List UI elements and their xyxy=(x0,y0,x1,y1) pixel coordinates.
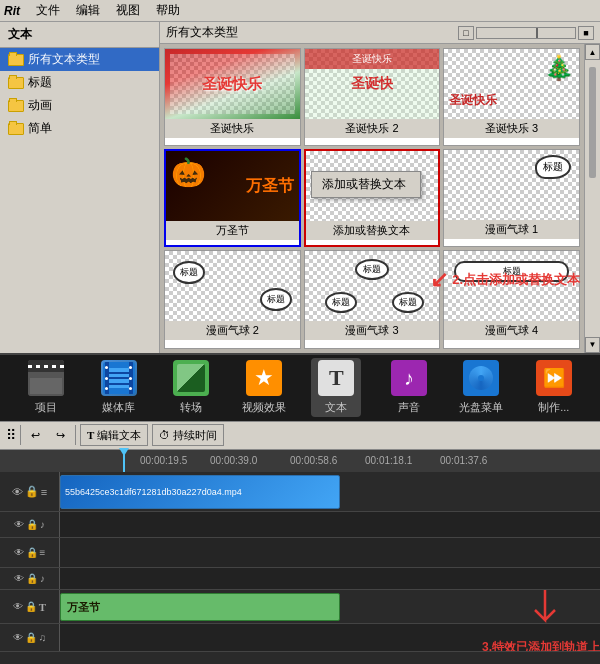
redo-btn[interactable]: ↪ xyxy=(50,424,71,446)
xmas2-banner: 圣诞快乐 xyxy=(352,52,392,66)
scroll-thumb[interactable] xyxy=(589,67,596,178)
toolbar-make[interactable]: ⏩ 制作... xyxy=(529,360,579,415)
toolbar-transition[interactable]: 转场 xyxy=(166,360,216,415)
lock-icon[interactable]: 🔒 xyxy=(26,519,38,530)
main-toolbar: 项目 xyxy=(0,353,600,421)
lock-icon[interactable]: 🔒 xyxy=(26,547,38,558)
minimize-btn[interactable]: □ xyxy=(458,26,474,40)
track-content-video: 55b6425ce3c1df671281db30a227d0a4.mp4 xyxy=(60,472,600,511)
comic1-label: 漫画气球 1 xyxy=(444,220,579,239)
menu-view[interactable]: 视图 xyxy=(108,0,148,21)
video-clip[interactable]: 55b6425ce3c1df671281db30a227d0a4.mp4 xyxy=(60,475,340,509)
toolbar-media[interactable]: 媒体库 xyxy=(94,360,144,415)
xmas3-tree: 🎄 xyxy=(544,54,574,82)
eye-icon[interactable]: 👁 xyxy=(14,519,24,530)
action-label: 添加或替换文本 xyxy=(306,221,439,240)
scroll-down-btn[interactable]: ▼ xyxy=(585,337,600,353)
thumbnail-action[interactable]: 添加或替换文本 添加或替换文本 xyxy=(304,149,441,247)
expand-icon[interactable]: ≡ xyxy=(41,486,47,498)
audio2-icon[interactable]: ♪ xyxy=(40,573,45,584)
undo-btn[interactable]: ↩ xyxy=(25,424,46,446)
zoom-slider[interactable] xyxy=(476,27,576,39)
eye-icon[interactable]: 👁 xyxy=(12,486,23,498)
halloween-text: 万圣节 xyxy=(246,176,294,197)
lock-icon[interactable]: 🔒 xyxy=(25,485,39,498)
edit-text-btn[interactable]: T 编辑文本 xyxy=(80,424,148,446)
eye-icon[interactable]: 👁 xyxy=(14,573,24,584)
disc-shape xyxy=(469,366,493,390)
thumbnail-halloween[interactable]: 🎃 万圣节 万圣节 xyxy=(164,149,301,247)
grid-btn[interactable]: ⠿ xyxy=(6,427,16,443)
xmas1-text: 圣诞快乐 xyxy=(202,75,262,94)
ruler-mark-3: 00:00:58.6 xyxy=(290,455,337,466)
thumbnail-comic1[interactable]: 标题 漫画气球 1 xyxy=(443,149,580,247)
lock-icon[interactable]: 🔒 xyxy=(25,601,37,612)
comic4-bubble: 标题 xyxy=(454,261,569,282)
text-track-icon[interactable]: T xyxy=(39,601,46,613)
thumbnail-comic2[interactable]: 标题 标题 漫画气球 2 xyxy=(164,250,301,348)
video-clip-label: 55b6425ce3c1df671281db30a227d0a4.mp4 xyxy=(65,487,242,497)
menu-help[interactable]: 帮助 xyxy=(148,0,188,21)
audio-label: 声音 xyxy=(398,400,420,415)
track-controls-audio-video: 👁 🔒 ♪ xyxy=(0,512,60,537)
sidebar-item-title[interactable]: 标题 xyxy=(0,71,159,94)
thumbnail-xmas2[interactable]: 圣诞快 圣诞快乐 圣诞快乐 2 xyxy=(304,48,441,146)
thumb-image-xmas1: 圣诞快乐 xyxy=(165,49,300,119)
star-icon: ★ xyxy=(254,365,274,391)
eye-icon[interactable]: 👁 xyxy=(14,547,24,558)
sidebar-item-animation[interactable]: 动画 xyxy=(0,94,159,117)
comic1-bubble: 标题 xyxy=(535,155,571,179)
eye-icon[interactable]: 👁 xyxy=(13,601,23,612)
film-icon xyxy=(101,360,137,396)
ruler-mark-5: 00:01:37.6 xyxy=(440,455,487,466)
comic4-label: 漫画气球 4 xyxy=(444,321,579,340)
thumbnail-xmas1[interactable]: 圣诞快乐 圣诞快乐 xyxy=(164,48,301,146)
edit-text-label: 编辑文本 xyxy=(97,428,141,443)
thumb-image-halloween: 🎃 万圣节 xyxy=(166,151,299,221)
toolbar-audio[interactable]: ♪ 声音 xyxy=(384,360,434,415)
track-controls-text: 👁 🔒 T xyxy=(0,590,60,623)
toolbar-video-effects[interactable]: ★ 视频效果 xyxy=(239,360,289,415)
track-music: 👁 🔒 ♫ 3.特效已添加到轨道上 xyxy=(0,624,600,652)
eye-icon[interactable]: 👁 xyxy=(13,632,23,643)
playhead-marker xyxy=(119,448,129,456)
lock-icon[interactable]: 🔒 xyxy=(25,632,37,643)
thumbnail-xmas3[interactable]: 🎄 圣诞快乐 圣诞快乐 3 xyxy=(443,48,580,146)
duration-label: 持续时间 xyxy=(173,428,217,443)
comic3-label: 漫画气球 3 xyxy=(305,321,440,340)
text-edit-icon: T xyxy=(87,429,94,441)
duration-btn[interactable]: ⏱ 持续时间 xyxy=(152,424,224,446)
toolbar-project[interactable]: 项目 xyxy=(21,360,71,415)
maximize-btn[interactable]: ■ xyxy=(578,26,594,40)
grid-icon: ⠿ xyxy=(6,427,16,443)
header-controls: □ ■ xyxy=(458,26,594,40)
expand-icon[interactable]: ≡ xyxy=(40,547,46,558)
right-panel-title: 所有文本类型 xyxy=(166,24,454,41)
thumbnail-comic4[interactable]: 标题 漫画气球 4 xyxy=(443,250,580,348)
toolbar-text[interactable]: T 文本 xyxy=(311,358,361,417)
ruler-mark-1: 00:00:19.5 xyxy=(140,455,187,466)
vertical-scrollbar[interactable]: ▲ ▼ xyxy=(584,44,600,353)
sidebar-item-simple[interactable]: 简单 xyxy=(0,117,159,140)
lock-icon[interactable]: 🔒 xyxy=(26,573,38,584)
xmas2-label: 圣诞快乐 2 xyxy=(305,119,440,138)
toolbar-disc[interactable]: 光盘菜单 xyxy=(456,360,506,415)
menu-edit[interactable]: 编辑 xyxy=(68,0,108,21)
thumb-image-comic3: 标题 标题 标题 xyxy=(305,251,440,321)
clapper-icon xyxy=(28,360,64,396)
menu-file[interactable]: 文件 xyxy=(28,0,68,21)
text-clip-halloween[interactable]: 万圣节 xyxy=(60,593,340,621)
audio-track-icon[interactable]: ♪ xyxy=(40,519,45,530)
context-menu-item-add-replace[interactable]: 添加或替换文本 xyxy=(312,172,420,197)
scroll-track xyxy=(585,60,600,337)
folder-icon xyxy=(8,54,24,66)
context-menu: 添加或替换文本 xyxy=(311,171,421,198)
scroll-up-btn[interactable]: ▲ xyxy=(585,44,600,60)
menubar: Rit 文件 编辑 视图 帮助 xyxy=(0,0,600,22)
track-content-audio-video xyxy=(60,512,600,537)
thumbnail-comic3[interactable]: 标题 标题 标题 漫画气球 3 xyxy=(304,250,441,348)
project-label: 项目 xyxy=(35,400,57,415)
sidebar-item-all-text[interactable]: 所有文本类型 xyxy=(0,48,159,71)
track-content-audio2 xyxy=(60,568,600,589)
music-icon[interactable]: ♫ xyxy=(39,632,47,643)
